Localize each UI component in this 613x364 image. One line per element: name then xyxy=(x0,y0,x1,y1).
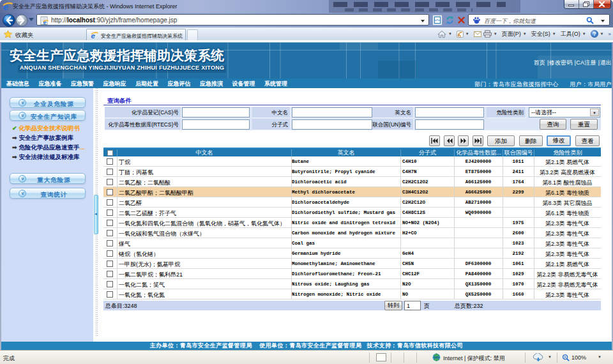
svg-text:?: ? xyxy=(593,31,596,37)
